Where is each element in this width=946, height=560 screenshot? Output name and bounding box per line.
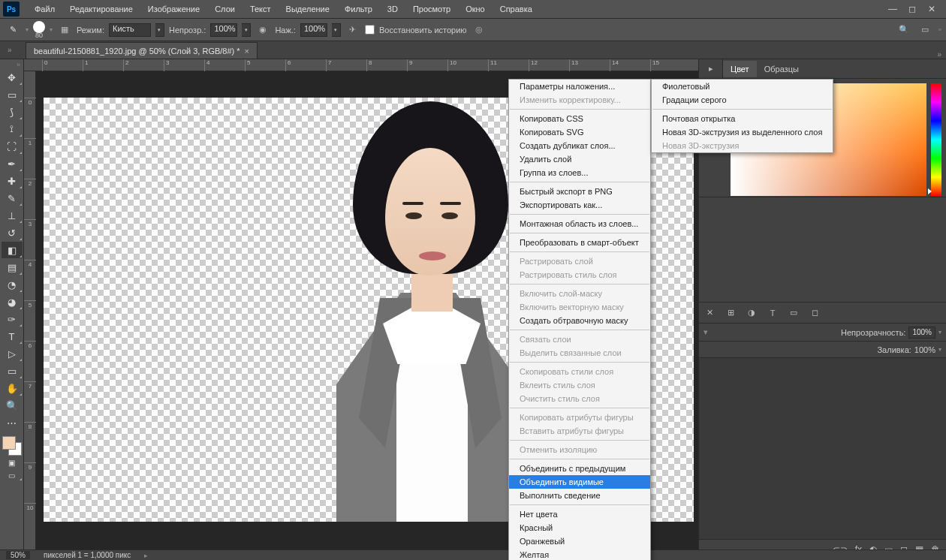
menu-image[interactable]: Изображение [140, 2, 207, 17]
tab-close-icon[interactable]: × [245, 47, 249, 56]
context-menu-item[interactable]: Быстрый экспорт в PNG [509, 185, 650, 198]
context-menu-item[interactable]: Новая 3D-экструзия из выделенного слоя [652, 125, 833, 139]
context-menu-item[interactable]: Преобразовать в смарт-объект [509, 236, 650, 249]
context-menu-item[interactable]: Экспортировать как... [509, 198, 650, 212]
context-menu-item[interactable]: Создать обтравочную маску [509, 314, 650, 327]
close-icon[interactable]: ✕ [926, 4, 937, 14]
minimize-icon[interactable]: — [887, 4, 898, 14]
context-menu-item[interactable]: Красный [509, 521, 650, 534]
brush-tool[interactable]: ✎ [2, 190, 23, 206]
layer-fill-field[interactable]: 100% [914, 345, 935, 354]
stamp-tool[interactable]: ⊥ [2, 207, 23, 224]
pressure-opacity-icon[interactable]: ◉ [255, 23, 270, 38]
layer-list[interactable] [699, 358, 946, 539]
context-menu-item[interactable]: Копировать CSS [509, 112, 650, 125]
menu-layers[interactable]: Слои [207, 2, 243, 17]
layer-filter-icon[interactable]: ✕ [703, 307, 716, 319]
lasso-tool[interactable]: ⟆ [2, 104, 23, 120]
layer-smart-icon[interactable]: ◻ [809, 307, 821, 319]
menu-filter[interactable]: Фильтр [337, 2, 380, 17]
context-menu-item[interactable]: Объединить видимые [509, 475, 650, 489]
layer-type-icon[interactable]: T [767, 307, 779, 319]
context-menu-item[interactable]: Нет цвета [509, 507, 650, 521]
menu-3d[interactable]: 3D [380, 2, 405, 17]
layer-shape-icon[interactable]: ▭ [788, 307, 800, 319]
menu-window[interactable]: Окно [458, 2, 493, 17]
brush-preview[interactable]: 80 [33, 21, 45, 39]
document-tab[interactable]: beautiful-2150881_1920.jpg @ 50% (Слой 3… [26, 42, 258, 59]
quick-select-tool[interactable]: ⟟ [2, 121, 23, 137]
healing-tool[interactable]: ✚ [2, 173, 23, 189]
context-menu-item[interactable]: Почтовая открытка [652, 112, 833, 125]
context-menu-layers[interactable]: Параметры наложения...Изменить корректир… [508, 79, 651, 560]
context-menu-item[interactable]: Оранжевый [509, 534, 650, 548]
ruler-tick: 9 [407, 59, 412, 71]
context-menu-item: Включить слой-маску [509, 287, 650, 300]
tabbar-right-overflow-icon[interactable]: » [937, 50, 946, 59]
menu-text[interactable]: Текст [243, 2, 279, 17]
menu-file[interactable]: Файл [27, 2, 62, 17]
context-menu-item[interactable]: Удалить слой [509, 152, 650, 166]
blur-tool[interactable]: ◔ [2, 276, 23, 293]
type-tool[interactable]: T [2, 328, 23, 345]
hand-tool[interactable]: ✋ [2, 380, 23, 396]
tab-swatches[interactable]: Образцы [757, 61, 806, 77]
context-menu-item[interactable]: Градации серого [652, 93, 833, 107]
history-brush-tool[interactable]: ↺ [2, 224, 23, 241]
marquee-tool[interactable]: ▭ [2, 86, 23, 103]
mode-select[interactable]: Кисть [109, 23, 151, 37]
pen-tool[interactable]: ✑ [2, 311, 23, 327]
restore-history-checkbox[interactable] [365, 25, 375, 35]
eyedropper-tool[interactable]: ✒ [2, 155, 23, 172]
context-menu-item[interactable]: Фиолетовый [652, 80, 833, 93]
chevron-down-icon[interactable]: ▾ [155, 23, 164, 37]
tabbar-overflow-icon[interactable]: » [3, 41, 26, 59]
chevron-down-icon[interactable]: ▾ [332, 23, 341, 37]
crop-tool[interactable]: ⛶ [2, 138, 23, 155]
context-menu-item[interactable]: Группа из слоев... [509, 166, 650, 179]
shape-tool[interactable]: ▭ [2, 363, 23, 379]
menu-view[interactable]: Просмотр [405, 2, 458, 17]
opacity-field[interactable]: 100% [210, 23, 237, 37]
move-tool[interactable]: ✥ [2, 69, 23, 86]
menu-select[interactable]: Выделение [279, 2, 337, 17]
search-icon[interactable]: 🔍 [896, 23, 911, 38]
context-menu-item[interactable]: Параметры наложения... [509, 80, 650, 93]
layer-pixel-icon[interactable]: ⊞ [725, 307, 737, 319]
pressure-size-icon[interactable]: ◎ [471, 23, 487, 38]
maximize-icon[interactable]: ◻ [907, 4, 917, 14]
menu-edit[interactable]: Редактирование [62, 2, 140, 17]
context-menu-item[interactable]: Объединить с предыдущим [509, 462, 650, 475]
context-menu-item[interactable]: Монтажная область из слоев... [509, 217, 650, 230]
layer-adjust-icon[interactable]: ◑ [746, 307, 758, 319]
color-swatch[interactable] [2, 436, 22, 456]
context-menu-item[interactable]: Выполнить сведение [509, 489, 650, 502]
context-menu-item[interactable]: Копировать SVG [509, 125, 650, 139]
path-select-tool[interactable]: ▷ [2, 345, 23, 362]
zoom-field[interactable]: 50% [6, 551, 30, 559]
zoom-tool[interactable]: 🔍 [2, 397, 23, 414]
dodge-tool[interactable]: ◕ [2, 294, 23, 310]
eraser-tool[interactable]: ◧ [2, 242, 23, 258]
panel-collapse-icon[interactable]: ▸ [699, 59, 723, 79]
screenmode-tool[interactable]: ▭ [2, 469, 23, 481]
gradient-tool[interactable]: ▤ [2, 259, 23, 275]
ruler-tick: 14 [610, 59, 619, 71]
workspace-icon[interactable]: ▭ [917, 23, 932, 38]
chevron-down-icon[interactable]: ▾ [242, 23, 251, 37]
menu-help[interactable]: Справка [493, 2, 540, 17]
brush-panel-icon[interactable]: ▦ [57, 23, 72, 38]
hue-slider[interactable] [931, 83, 941, 196]
more-tools[interactable]: ⋯ [2, 414, 23, 431]
context-menu-item[interactable]: Создать дубликат слоя... [509, 139, 650, 152]
tab-color[interactable]: Цвет [723, 61, 757, 77]
context-menu-layers-2[interactable]: ФиолетовыйГрадации серогоПочтовая открыт… [651, 79, 833, 153]
foreground-color[interactable] [2, 436, 16, 450]
airbrush-icon[interactable]: ✈ [345, 23, 360, 38]
layer-opacity-field[interactable]: 100% [908, 327, 935, 339]
tool-icon-brush[interactable]: ✎ [5, 22, 21, 38]
quickmask-tool[interactable]: ▣ [2, 456, 23, 468]
status-info: пикселей 1 = 1,0000 пикс [44, 551, 131, 559]
flow-field[interactable]: 100% [300, 23, 327, 37]
context-menu-item[interactable]: Желтая [509, 548, 650, 560]
